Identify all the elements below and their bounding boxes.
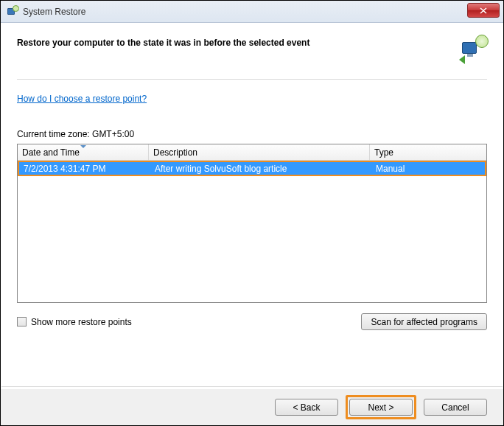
cancel-button[interactable]: Cancel xyxy=(424,399,487,416)
cell-date: 7/2/2013 4:31:47 PM xyxy=(19,164,150,174)
col-header-description[interactable]: Description xyxy=(149,144,370,160)
scan-affected-button[interactable]: Scan for affected programs xyxy=(361,313,487,330)
cell-type: Manual xyxy=(371,164,485,174)
window-title: System Restore xyxy=(23,7,85,17)
table-body: 7/2/2013 4:31:47 PM After writing SolvuS… xyxy=(18,161,486,303)
page-heading: Restore your computer to the state it wa… xyxy=(17,36,309,48)
footer: < Back Next > Cancel xyxy=(1,388,503,425)
cell-description: After writing SolvuSoft blog article xyxy=(150,164,371,174)
restore-page-icon xyxy=(461,36,487,63)
close-button[interactable] xyxy=(467,3,500,18)
footer-separator xyxy=(1,386,503,387)
selected-row-highlight: 7/2/2013 4:31:47 PM After writing SolvuS… xyxy=(18,161,486,176)
divider xyxy=(17,79,487,80)
restore-points-table: Date and Time Description Type 7/2/2013 … xyxy=(17,144,487,303)
system-restore-window: System Restore Restore your computer to … xyxy=(0,0,504,426)
col-header-type[interactable]: Type xyxy=(370,144,486,160)
show-more-checkbox[interactable]: Show more restore points xyxy=(17,317,132,327)
table-row[interactable]: 7/2/2013 4:31:47 PM After writing SolvuS… xyxy=(19,162,485,175)
col-header-date[interactable]: Date and Time xyxy=(18,144,149,160)
close-icon xyxy=(480,7,487,14)
timezone-label: Current time zone: GMT+5:00 xyxy=(17,129,487,139)
table-header: Date and Time Description Type xyxy=(18,144,486,161)
checkbox-icon xyxy=(17,317,27,327)
restore-icon xyxy=(7,6,18,18)
next-button[interactable]: Next > xyxy=(349,399,413,416)
content-area: Restore your computer to the state it wa… xyxy=(1,23,503,341)
next-button-highlight: Next > xyxy=(346,395,416,419)
help-link[interactable]: How do I choose a restore point? xyxy=(17,94,147,104)
back-button[interactable]: < Back xyxy=(275,399,338,416)
titlebar: System Restore xyxy=(1,1,503,23)
show-more-label: Show more restore points xyxy=(31,317,132,327)
